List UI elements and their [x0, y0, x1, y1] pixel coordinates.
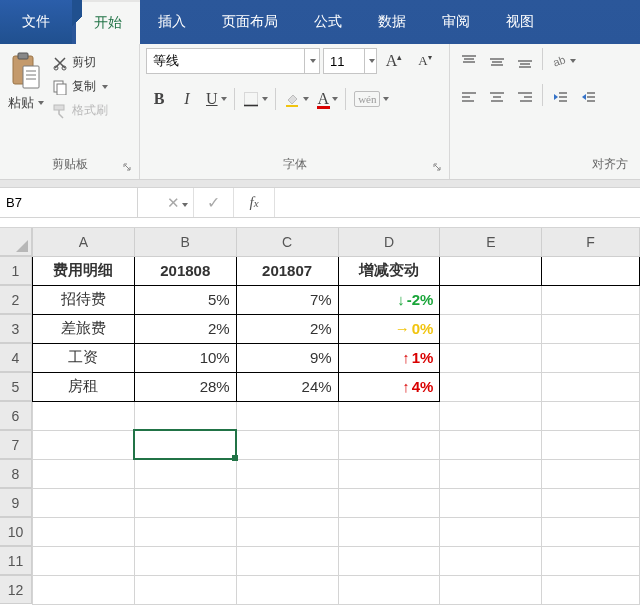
- font-name-input[interactable]: [147, 54, 304, 69]
- font-size-combo[interactable]: [323, 48, 377, 74]
- cell-B3[interactable]: 2%: [134, 314, 236, 343]
- cell-D9[interactable]: [338, 488, 440, 517]
- cell-D1[interactable]: 增减变动: [338, 256, 440, 285]
- cell-E12[interactable]: [440, 575, 542, 604]
- spreadsheet-grid[interactable]: 123456789101112 ABCDEF费用明细201808201807增减…: [0, 228, 640, 605]
- cell-F4[interactable]: [542, 343, 640, 372]
- decrease-font-size-button[interactable]: A▾: [411, 48, 439, 74]
- row-header-4[interactable]: 4: [0, 343, 32, 372]
- cell-E10[interactable]: [440, 517, 542, 546]
- row-header-8[interactable]: 8: [0, 459, 32, 488]
- row-header-12[interactable]: 12: [0, 575, 32, 604]
- align-left-button[interactable]: [456, 84, 482, 110]
- cell-A7[interactable]: [33, 430, 135, 459]
- dialog-launcher-icon[interactable]: [431, 161, 443, 173]
- cell-B6[interactable]: [134, 401, 236, 430]
- align-bottom-button[interactable]: [512, 48, 538, 74]
- formula-input[interactable]: [275, 188, 640, 217]
- align-middle-button[interactable]: [484, 48, 510, 74]
- column-header-B[interactable]: B: [134, 228, 236, 256]
- cell-D8[interactable]: [338, 459, 440, 488]
- cell-F11[interactable]: [542, 546, 640, 575]
- tab-file[interactable]: 文件: [0, 0, 72, 44]
- cell-A1[interactable]: 费用明细: [33, 256, 135, 285]
- chevron-down-icon[interactable]: [364, 49, 376, 73]
- name-box[interactable]: [0, 188, 138, 217]
- tab-insert[interactable]: 插入: [140, 0, 204, 44]
- cell-E11[interactable]: [440, 546, 542, 575]
- column-header-A[interactable]: A: [33, 228, 135, 256]
- cell-C9[interactable]: [236, 488, 338, 517]
- cell-D10[interactable]: [338, 517, 440, 546]
- copy-button[interactable]: 复制: [50, 76, 110, 97]
- cell-C5[interactable]: 24%: [236, 372, 338, 401]
- orientation-button[interactable]: ab: [547, 48, 579, 74]
- cell-F5[interactable]: [542, 372, 640, 401]
- cell-F12[interactable]: [542, 575, 640, 604]
- cell-E6[interactable]: [440, 401, 542, 430]
- tab-view[interactable]: 视图: [488, 0, 552, 44]
- increase-font-size-button[interactable]: A▴: [380, 48, 408, 74]
- cell-A5[interactable]: 房租: [33, 372, 135, 401]
- italic-button[interactable]: I: [174, 86, 200, 112]
- font-name-combo[interactable]: [146, 48, 320, 74]
- row-header-1[interactable]: 1: [0, 256, 32, 285]
- cell-F3[interactable]: [542, 314, 640, 343]
- cell-E9[interactable]: [440, 488, 542, 517]
- paste-button[interactable]: 粘贴: [6, 48, 46, 116]
- tab-page-layout[interactable]: 页面布局: [204, 0, 296, 44]
- cell-C1[interactable]: 201807: [236, 256, 338, 285]
- cell-A6[interactable]: [33, 401, 135, 430]
- cell-A8[interactable]: [33, 459, 135, 488]
- cell-A12[interactable]: [33, 575, 135, 604]
- tab-data[interactable]: 数据: [360, 0, 424, 44]
- cell-A9[interactable]: [33, 488, 135, 517]
- align-center-button[interactable]: [484, 84, 510, 110]
- align-right-button[interactable]: [512, 84, 538, 110]
- row-header-7[interactable]: 7: [0, 430, 32, 459]
- cell-E5[interactable]: [440, 372, 542, 401]
- cell-B2[interactable]: 5%: [134, 285, 236, 314]
- dialog-launcher-icon[interactable]: [121, 161, 133, 173]
- underline-button[interactable]: U: [202, 86, 230, 112]
- cell-C7[interactable]: [236, 430, 338, 459]
- cell-E2[interactable]: [440, 285, 542, 314]
- cell-D3[interactable]: →0%: [338, 314, 440, 343]
- cell-F10[interactable]: [542, 517, 640, 546]
- decrease-indent-button[interactable]: [547, 84, 573, 110]
- cell-E3[interactable]: [440, 314, 542, 343]
- accept-formula-button[interactable]: ✓: [194, 188, 234, 217]
- cell-C8[interactable]: [236, 459, 338, 488]
- insert-function-button[interactable]: fx: [234, 188, 274, 217]
- cell-B10[interactable]: [134, 517, 236, 546]
- cell-A4[interactable]: 工资: [33, 343, 135, 372]
- cell-C10[interactable]: [236, 517, 338, 546]
- fill-color-button[interactable]: [280, 86, 312, 112]
- row-header-6[interactable]: 6: [0, 401, 32, 430]
- row-header-3[interactable]: 3: [0, 314, 32, 343]
- row-header-10[interactable]: 10: [0, 517, 32, 546]
- row-header-2[interactable]: 2: [0, 285, 32, 314]
- cell-B4[interactable]: 10%: [134, 343, 236, 372]
- increase-indent-button[interactable]: [575, 84, 601, 110]
- cell-F8[interactable]: [542, 459, 640, 488]
- cell-B11[interactable]: [134, 546, 236, 575]
- row-header-11[interactable]: 11: [0, 546, 32, 575]
- cell-B1[interactable]: 201808: [134, 256, 236, 285]
- cell-B5[interactable]: 28%: [134, 372, 236, 401]
- cell-D5[interactable]: ↑4%: [338, 372, 440, 401]
- column-header-D[interactable]: D: [338, 228, 440, 256]
- cell-F7[interactable]: [542, 430, 640, 459]
- phonetic-guide-button[interactable]: wén: [350, 86, 392, 112]
- cell-C6[interactable]: [236, 401, 338, 430]
- row-header-9[interactable]: 9: [0, 488, 32, 517]
- cell-E7[interactable]: [440, 430, 542, 459]
- tab-home[interactable]: 开始: [76, 0, 140, 44]
- column-header-C[interactable]: C: [236, 228, 338, 256]
- cell-A10[interactable]: [33, 517, 135, 546]
- cell-C11[interactable]: [236, 546, 338, 575]
- tab-review[interactable]: 审阅: [424, 0, 488, 44]
- tab-formula[interactable]: 公式: [296, 0, 360, 44]
- cell-B8[interactable]: [134, 459, 236, 488]
- cell-B12[interactable]: [134, 575, 236, 604]
